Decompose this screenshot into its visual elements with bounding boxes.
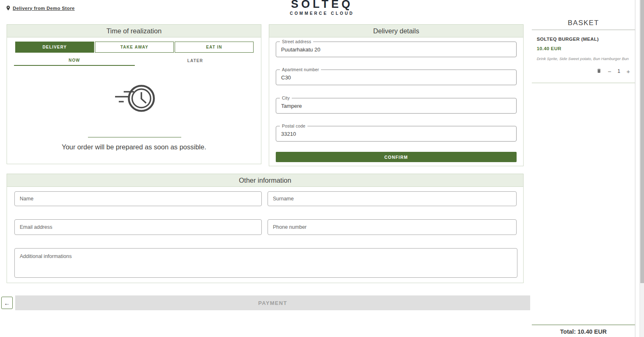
basket-sidebar: BASKET SOLTEQ BURGER (MEAL) 10.40 EUR Dr…	[532, 0, 635, 337]
back-button[interactable]: ←	[1, 297, 13, 309]
app-logo: SOLTEQ COMMERCE CLOUD	[290, 0, 354, 16]
payment-button[interactable]: PAYMENT	[15, 295, 530, 310]
logo-subtitle: COMMERCE CLOUD	[290, 11, 354, 16]
basket-item-price: 10.40 EUR	[537, 46, 561, 51]
basket-item-description: Drink Sprite, Side Sweet potato, Bun Ham…	[537, 56, 632, 61]
item-quantity: 1	[618, 68, 621, 74]
basket-item-name: SOLTEQ BURGER (MEAL)	[537, 37, 631, 42]
tab-delivery[interactable]: DELIVERY	[15, 42, 94, 53]
other-information-panel: Other information	[7, 174, 524, 283]
apartment-number-field[interactable]: Apartment number	[276, 70, 517, 85]
street-address-label: Street address	[280, 39, 313, 44]
name-field[interactable]	[14, 191, 262, 206]
street-address-input[interactable]	[276, 42, 516, 57]
postal-code-label: Postal code	[280, 123, 307, 128]
tab-take-away[interactable]: TAKE AWAY	[95, 42, 174, 53]
confirm-button[interactable]: CONFIRM	[276, 152, 517, 162]
city-field[interactable]: City	[276, 98, 517, 114]
basket-item-divider	[532, 83, 635, 83]
email-field[interactable]	[14, 219, 262, 235]
surname-input[interactable]	[268, 192, 516, 206]
additional-info-textarea[interactable]	[15, 249, 517, 277]
trash-icon	[596, 67, 602, 74]
postal-code-input[interactable]	[276, 126, 516, 141]
scrollbar-thumb[interactable]	[640, 0, 644, 283]
subtab-now[interactable]: NOW	[14, 55, 135, 66]
apartment-number-label: Apartment number	[280, 67, 321, 72]
basket-item-controls: − 1 +	[596, 67, 630, 75]
other-panel-title: Other information	[7, 174, 523, 187]
basket-total-divider	[532, 325, 635, 325]
postal-code-field[interactable]: Postal code	[276, 126, 517, 142]
fulfillment-tabs: DELIVERY TAKE AWAY EAT IN	[15, 42, 254, 53]
name-input[interactable]	[15, 192, 261, 206]
subtab-later[interactable]: LATER	[135, 55, 256, 66]
location-pin-icon	[5, 4, 11, 12]
basket-title: BASKET	[532, 19, 635, 27]
fast-clock-icon	[111, 81, 157, 116]
page-scrollbar[interactable]	[639, 0, 644, 337]
tab-eat-in[interactable]: EAT IN	[175, 42, 254, 53]
city-label: City	[280, 95, 292, 100]
basket-total: Total: 10.40 EUR	[532, 328, 635, 335]
logo-title: SOLTEQ	[290, 0, 354, 11]
time-divider	[88, 137, 181, 137]
phone-input[interactable]	[268, 220, 516, 235]
email-input[interactable]	[15, 220, 261, 235]
store-location-link[interactable]: Delivery from Demo Store	[5, 4, 75, 12]
delivery-details-panel: Delivery details Street address Apartmen…	[269, 24, 524, 166]
street-address-field[interactable]: Street address	[276, 42, 517, 57]
store-location-label: Delivery from Demo Store	[13, 6, 75, 11]
preparation-message: Your order will be prepared as soon as p…	[7, 143, 261, 151]
basket-header-divider	[532, 30, 635, 30]
increase-quantity-button[interactable]: +	[626, 68, 630, 74]
phone-field[interactable]	[268, 219, 517, 235]
city-input[interactable]	[276, 98, 516, 113]
apartment-number-input[interactable]	[276, 70, 516, 85]
time-subtabs: NOW LATER	[14, 55, 256, 66]
back-arrow-icon: ←	[4, 300, 10, 307]
delivery-panel-title: Delivery details	[269, 25, 523, 37]
surname-field[interactable]	[268, 191, 517, 206]
additional-info-field[interactable]	[14, 248, 517, 278]
time-of-realization-panel: Time of realization DELIVERY TAKE AWAY E…	[7, 24, 261, 164]
decrease-quantity-button[interactable]: −	[608, 68, 612, 74]
time-panel-title: Time of realization	[7, 25, 261, 37]
delete-item-button[interactable]	[596, 67, 602, 75]
